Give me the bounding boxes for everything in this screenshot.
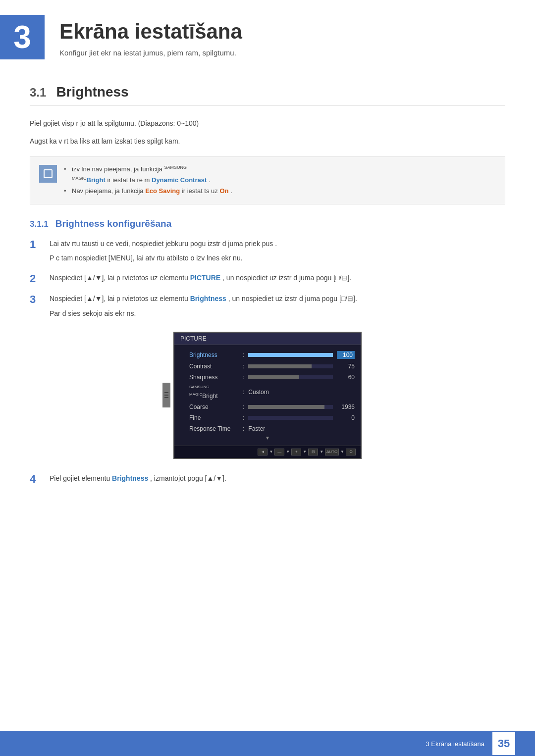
osd-sep-3: :	[243, 374, 244, 381]
step-1: 1 Lai atv rtu tausti u ce vedi, nospiedi…	[30, 238, 505, 265]
body-text-2: Augst ka v rt ba liks att lam izskat tie…	[30, 136, 505, 148]
osd-value-sharpness: 60	[337, 374, 355, 381]
osd-label-fine: Fine	[189, 414, 239, 421]
osd-value-brightness: 100	[337, 351, 355, 359]
dynamic-contrast-highlight: Dynamic Contrast	[152, 176, 207, 184]
osd-bar-brightness	[248, 353, 333, 357]
step-3-content: Nospiediet [▲/▼], lai p rvietotos uz ele…	[50, 293, 357, 320]
side-line-1	[164, 392, 168, 393]
osd-bar-sharpness	[248, 375, 333, 379]
osd-row-brightness: Brightness : 100	[174, 349, 361, 361]
osd-btn-gear: ⚙	[346, 449, 356, 455]
step-3-number: 3	[30, 293, 42, 306]
step-1-text: Lai atv rtu tausti u ce vedi, nospiediet…	[50, 240, 277, 248]
osd-btn-left: ◄	[258, 449, 268, 455]
step-2-text-post: , un nospiediet uz izstr d juma pogu [□/…	[222, 274, 351, 282]
osd-bar-contrast	[248, 364, 333, 368]
osd-bar-fine	[248, 416, 333, 420]
osd-buttons-row: ◄ ▼ — ▼ + ▼ ⊟ ▼ AUTO ▼ ⚙	[258, 449, 356, 455]
step-2-content: Nospiediet [▲/▼], lai p rvietotos uz ele…	[50, 272, 351, 284]
osd-label-contrast: Contrast	[189, 363, 239, 370]
chapter-number-box: 3	[0, 15, 45, 59]
osd-sep-2: :	[243, 363, 244, 370]
chapter-title: Ekrāna iestatīšana	[59, 20, 242, 44]
note-icon	[39, 165, 57, 183]
section-3-1-1-heading: 3.1.1 Brightness konfigurēšana	[30, 218, 505, 229]
monitor-side-lines	[164, 392, 168, 398]
chapter-number: 3	[13, 19, 31, 55]
note-bullet-1: izv lne nav pieejama, ja funkcija SAMSUN…	[64, 164, 232, 186]
osd-btn-sep-1: ▼	[269, 450, 273, 454]
step-3-brightness-highlight: Brightness	[190, 295, 226, 302]
chapter-subtitle: Konfigur jiet ekr na iestat jumus, piem …	[59, 49, 242, 57]
osd-bar-fill-contrast	[248, 364, 312, 368]
osd-value-fine: 0	[337, 414, 355, 421]
step-1-content: Lai atv rtu tausti u ce vedi, nospiediet…	[50, 238, 277, 265]
step-2-text-pre: Nospiediet [▲/▼], lai p rvietotos uz ele…	[50, 274, 188, 282]
note-bullet-2-mid: ir iestat ts uz	[182, 187, 218, 195]
step-4: 4 Piel gojiet elementu Brightness , izma…	[30, 473, 505, 486]
osd-row-magic-bright: SAMSUNGMAGICBright : Custom	[174, 383, 361, 402]
osd-sep-5: :	[243, 403, 244, 410]
note-bullet-2-prefix: Nav pieejama, ja funkcija	[72, 187, 144, 195]
osd-btn-sep-2: ▼	[286, 450, 290, 454]
osd-btn-plus: +	[291, 449, 301, 455]
note-icon-inner	[44, 169, 53, 178]
step-1-subtext: P c tam nospiediet [MENU], lai atv rtu a…	[50, 252, 277, 264]
note-bullet-2: Nav pieejama, ja funkcija Eco Saving ir …	[64, 186, 232, 197]
osd-row-response-time: Response Time : Faster	[174, 423, 361, 434]
osd-btn-sep-5: ▼	[340, 450, 344, 454]
page-footer: 3 Ekrāna iestatīšana 35	[0, 731, 535, 756]
note-bullet-1-mid: ir iestat ta re m	[107, 176, 152, 184]
step-3-text-post: , un nospiediet uz izstr d juma pogu [□/…	[228, 295, 357, 302]
main-content: 3.1 Brightness Piel gojiet visp r jo att…	[0, 84, 535, 533]
on-highlight: On	[219, 187, 228, 195]
osd-value-contrast: 75	[337, 363, 355, 370]
note-bullet-list: izv lne nav pieejama, ja funkcija SAMSUN…	[64, 164, 232, 197]
step-2-picture-highlight: PICTURE	[190, 274, 220, 282]
step-3-subtext: Par d sies sekojo ais ekr ns.	[50, 308, 357, 320]
osd-body: Brightness : 100 Contrast :	[174, 345, 361, 446]
osd-text-custom: Custom	[248, 389, 268, 396]
step-2: 2 Nospiediet [▲/▼], lai p rvietotos uz e…	[30, 272, 505, 285]
step-4-number: 4	[30, 473, 42, 486]
page-header: 3 Ekrāna iestatīšana Konfigur jiet ekr n…	[0, 0, 535, 69]
osd-btn-enter: ⊟	[308, 449, 318, 455]
osd-scroll-indicator: ▼	[174, 434, 361, 442]
osd-value-coarse: 1936	[337, 403, 355, 410]
osd-row-contrast: Contrast : 75	[174, 361, 361, 372]
osd-btn-minus: —	[274, 449, 284, 455]
osd-label-sharpness: Sharpness	[189, 374, 239, 381]
osd-bar-fill-brightness	[248, 353, 333, 357]
monitor-wrapper: PICTURE Brightness : 100 Contrast	[173, 332, 362, 459]
section-3-1-title: Brightness	[56, 84, 128, 100]
bright-highlight: Bright	[87, 176, 106, 184]
step-2-number: 2	[30, 272, 42, 285]
step-4-brightness-highlight: Brightness	[112, 474, 148, 482]
osd-sep-6: :	[243, 414, 244, 421]
osd-sep-1: :	[243, 352, 244, 358]
note-bullet-1-prefix: izv lne nav pieejama, ja funkcija	[72, 165, 162, 173]
osd-label-response-time: Response Time	[189, 425, 239, 432]
osd-btn-sep-4: ▼	[320, 450, 323, 454]
osd-label-brightness: Brightness	[189, 352, 239, 358]
osd-text-faster: Faster	[248, 425, 265, 432]
step-4-text-pre: Piel gojiet elementu	[50, 474, 110, 482]
osd-bar-fill-sharpness	[248, 375, 299, 379]
note-text-area: izv lne nav pieejama, ja funkcija SAMSUN…	[64, 164, 232, 197]
monitor-side-icon	[162, 383, 170, 407]
osd-header-label: PICTURE	[180, 335, 207, 342]
osd-footer: ◄ ▼ — ▼ + ▼ ⊟ ▼ AUTO ▼ ⚙	[174, 446, 361, 458]
osd-bar-fill-coarse	[248, 405, 324, 409]
note-bullet-1-end: .	[209, 176, 211, 184]
osd-sep-4: :	[243, 389, 244, 396]
note-box: izv lne nav pieejama, ja funkcija SAMSUN…	[30, 156, 505, 204]
osd-label-coarse: Coarse	[189, 403, 239, 410]
step-4-text-post: , izmantojot pogu [▲/▼].	[150, 474, 226, 482]
osd-btn-sep-3: ▼	[303, 450, 307, 454]
side-line-3	[164, 397, 168, 398]
section-3-1-1-number: 3.1.1	[30, 219, 49, 229]
chapter-title-area: Ekrāna iestatīšana Konfigur jiet ekr na …	[59, 15, 242, 57]
osd-container: PICTURE Brightness : 100 Contrast	[30, 332, 505, 459]
footer-page-number: 35	[492, 732, 515, 755]
